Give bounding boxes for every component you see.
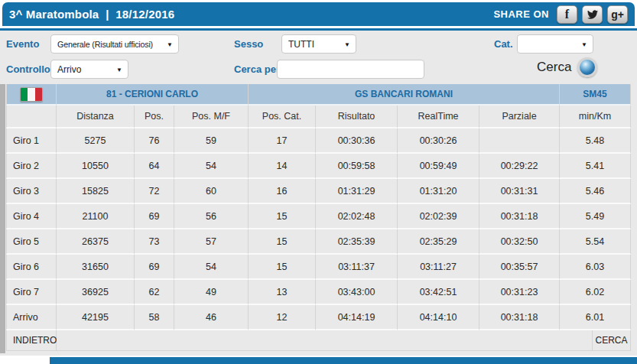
result-cell: 02:35:29	[398, 229, 479, 255]
controllo-label: Controllo	[6, 63, 50, 75]
cerca-per-label: Cerca per	[234, 63, 280, 75]
row-label: Giro 7	[6, 280, 57, 305]
athlete-category: SM45	[560, 84, 631, 106]
chevron-down-icon: ▼	[116, 67, 122, 73]
result-cell: 6.02	[560, 280, 631, 305]
results-tbody: Giro 1527576591700:30:3600:30:265.48Giro…	[6, 128, 631, 330]
result-cell: 69	[135, 204, 174, 229]
result-cell: 01:31:29	[316, 179, 398, 204]
result-cell: 60	[174, 179, 249, 204]
column-header: Parziale	[479, 106, 560, 128]
column-header: Distanza	[57, 106, 135, 128]
row-label: Giro 1	[6, 128, 57, 154]
result-cell: 5.49	[560, 204, 631, 229]
result-cell: 56	[174, 204, 249, 229]
result-cell: 5.46	[560, 179, 631, 204]
result-cell: 58	[135, 305, 174, 330]
result-cell: 15	[249, 255, 316, 280]
row-label: Giro 5	[6, 229, 57, 255]
result-cell: 15	[249, 229, 316, 255]
table-row: Giro 42110069561502:02:4802:02:3900:31:1…	[6, 204, 631, 229]
result-cell: 69	[135, 255, 174, 280]
table-footer: INDIETRO CERCA	[6, 330, 631, 351]
row-label: Giro 4	[6, 204, 57, 229]
googleplus-icon[interactable]: g+	[607, 5, 628, 24]
column-header: Pos. M/F	[174, 106, 249, 128]
result-cell: 00:31:23	[479, 280, 560, 305]
cerca-per-input[interactable]	[277, 60, 424, 79]
result-cell: 6.01	[560, 305, 631, 330]
result-cell: 62	[135, 280, 174, 305]
sesso-select[interactable]: TUTTI ▼	[281, 34, 356, 54]
result-cell: 00:31:18	[479, 204, 560, 229]
controllo-select[interactable]: Arrivo ▼	[50, 60, 128, 79]
result-cell: 5.41	[560, 154, 631, 179]
athlete-row: 81 - CERIONI CARLO GS BANCARI ROMANI SM4…	[6, 84, 631, 106]
page-title: 3^ Maratombola | 18/12/2016	[9, 8, 174, 21]
athlete-team: GS BANCARI ROMANI	[249, 84, 560, 106]
column-header: Pos.	[135, 106, 174, 128]
result-cell: 04:14:19	[316, 305, 398, 330]
cerca-footer-button[interactable]: CERCA	[593, 330, 631, 351]
row-label: Giro 2	[6, 154, 57, 179]
column-header	[6, 106, 57, 128]
flag-cell	[6, 84, 57, 106]
result-cell: 42195	[57, 305, 135, 330]
controllo-value: Arrivo	[57, 64, 81, 75]
column-header-row: Distanza Pos. Pos. M/F Pos. Cat. Risulta…	[6, 106, 631, 128]
cat-label: Cat.	[494, 38, 513, 50]
evento-select[interactable]: Generale (Risultati ufficiosi) ▼	[50, 34, 179, 54]
result-cell: 73	[135, 229, 174, 255]
result-cell: 00:31:18	[479, 305, 560, 330]
evento-value: Generale (Risultati ufficiosi)	[57, 40, 153, 49]
result-cell: 59	[174, 128, 249, 154]
table-row: Giro 31582572601601:31:2901:31:2000:31:3…	[6, 179, 631, 204]
result-cell: 31650	[57, 255, 135, 280]
result-cell: 15	[249, 204, 316, 229]
column-header: RealTime	[398, 106, 479, 128]
sesso-value: TUTTI	[288, 39, 314, 50]
result-cell: 12	[249, 305, 316, 330]
row-label: Arrivo	[6, 305, 57, 330]
table-row: Arrivo4219558461204:14:1904:14:1000:31:1…	[6, 305, 631, 330]
result-cell: 00:59:58	[316, 154, 398, 179]
sesso-label: Sesso	[234, 38, 263, 50]
title-bar: 3^ Maratombola | 18/12/2016 SHARE ON f g…	[2, 2, 635, 26]
result-cell: 14	[249, 154, 316, 179]
facebook-icon[interactable]: f	[557, 5, 577, 24]
result-cell: 49	[174, 280, 249, 305]
table-row: Giro 52637573571502:35:3902:35:2900:32:5…	[6, 229, 631, 255]
result-cell: 03:11:37	[316, 255, 398, 280]
result-cell: 00:30:26	[398, 128, 479, 154]
result-cell: 5.54	[560, 229, 631, 255]
cerca-search-button[interactable]: Cerca	[537, 56, 597, 79]
twitter-icon[interactable]	[582, 5, 603, 24]
result-cell: 02:35:39	[316, 229, 398, 255]
result-cell: 04:14:10	[398, 305, 479, 330]
result-cell: 01:31:20	[398, 179, 479, 204]
footer-spacer	[57, 330, 593, 351]
table-row: Giro 63165069541503:11:3703:11:2700:35:5…	[6, 255, 631, 280]
indietro-button[interactable]: INDIETRO	[6, 330, 57, 351]
result-cell: 00:32:50	[479, 229, 560, 255]
bottom-bar	[50, 357, 637, 364]
column-header: Risultato	[316, 106, 398, 128]
chevron-down-icon: ▼	[581, 41, 587, 48]
results-widget: 3^ Maratombola | 18/12/2016 SHARE ON f g…	[0, 0, 637, 364]
result-cell: 54	[174, 255, 249, 280]
result-cell: 16	[249, 179, 316, 204]
result-cell: 5275	[57, 128, 135, 154]
cat-select[interactable]: ▼	[517, 34, 593, 54]
result-cell: 36925	[57, 280, 135, 305]
left-gutter	[0, 84, 5, 353]
result-cell: 13	[249, 280, 316, 305]
result-cell: 46	[174, 305, 249, 330]
result-cell: 00:59:49	[398, 154, 479, 179]
row-label: Giro 6	[6, 255, 57, 280]
row-label: Giro 3	[6, 179, 57, 204]
table-row: Giro 73692562491303:43:0003:42:5100:31:2…	[6, 280, 631, 305]
result-cell: 02:02:39	[398, 204, 479, 229]
italy-flag-icon	[20, 87, 43, 102]
chevron-down-icon: ▼	[167, 41, 173, 48]
column-header: min/Km	[560, 106, 631, 128]
